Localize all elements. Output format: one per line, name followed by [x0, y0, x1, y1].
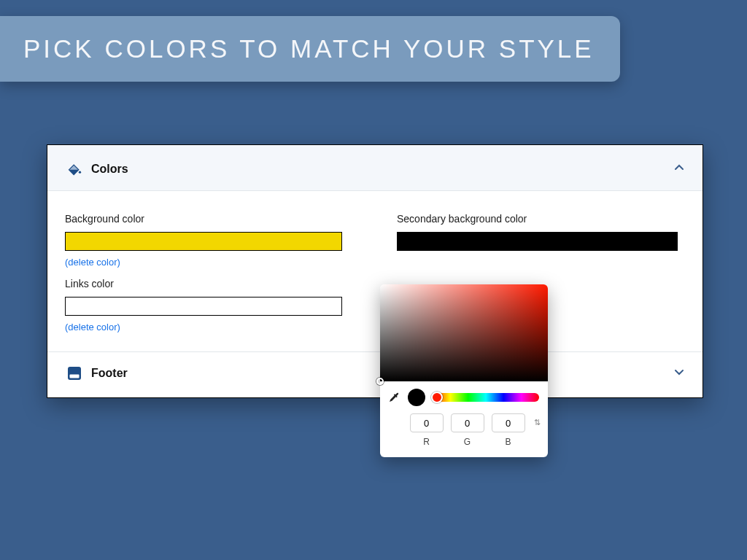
color-picker-popover: R G B ⇅: [380, 284, 548, 457]
rgb-r-label: R: [410, 437, 444, 447]
paint-bucket-icon: [65, 161, 84, 177]
section-header-footer[interactable]: Footer: [47, 351, 703, 397]
svg-rect-2: [70, 375, 80, 378]
banner-title: PICK COLORS TO MATCH YOUR STYLE: [23, 34, 595, 63]
color-picker-controls-row: [380, 381, 548, 411]
page-banner: PICK COLORS TO MATCH YOUR STYLE: [0, 16, 620, 82]
svg-point-0: [79, 171, 81, 174]
rgb-b-label: B: [492, 437, 525, 447]
color-picker-saturation-area[interactable]: [380, 284, 548, 381]
rgb-g-input[interactable]: [451, 413, 484, 432]
settings-panel: Colors Background color (delete color) L…: [47, 144, 703, 398]
secondary-background-color-label: Secondary background color: [397, 213, 685, 225]
colors-section-body: Background color (delete color) Links co…: [47, 191, 703, 351]
saturation-cursor[interactable]: [376, 378, 384, 385]
eyedropper-icon[interactable]: [389, 392, 400, 403]
chevron-down-icon: [673, 366, 685, 381]
background-color-label: Background color: [65, 213, 353, 225]
links-color-swatch[interactable]: [65, 297, 342, 316]
rgb-b-input[interactable]: [492, 413, 525, 432]
left-column: Background color (delete color) Links co…: [65, 213, 353, 343]
chevron-up-icon: [673, 162, 685, 176]
hue-slider-thumb[interactable]: [431, 392, 443, 403]
current-color-preview: [408, 389, 425, 406]
rgb-g-label: G: [451, 437, 484, 447]
footer-icon: [65, 365, 84, 381]
section-header-colors[interactable]: Colors: [47, 145, 703, 191]
section-title-colors: Colors: [91, 163, 673, 176]
links-color-label: Links color: [65, 278, 353, 289]
secondary-background-color-swatch[interactable]: [397, 232, 678, 251]
links-color-delete-link[interactable]: (delete color): [65, 322, 353, 332]
rgb-r-input[interactable]: [410, 413, 444, 432]
background-color-delete-link[interactable]: (delete color): [65, 257, 353, 268]
rgb-inputs-row: R G B ⇅: [380, 411, 548, 447]
hue-slider[interactable]: [433, 393, 539, 402]
color-mode-toggle[interactable]: ⇅: [534, 418, 541, 447]
background-color-swatch[interactable]: [65, 232, 342, 251]
